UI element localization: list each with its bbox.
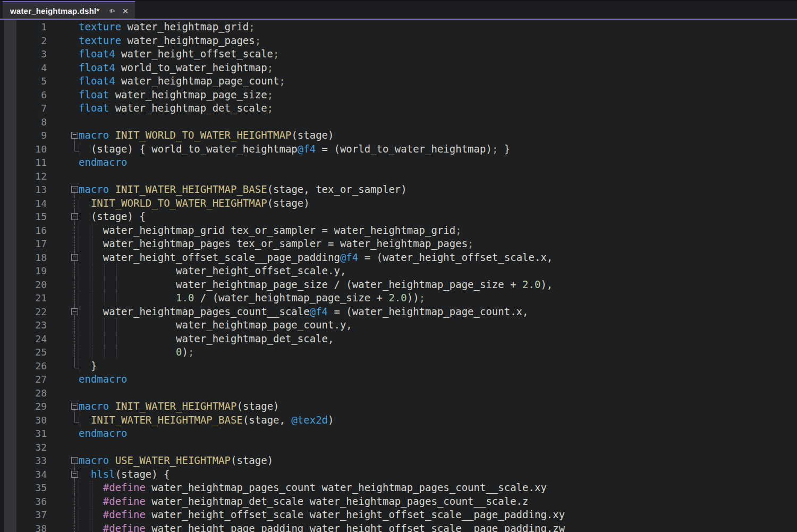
line-number: 38 <box>16 522 47 532</box>
line-number: 11 <box>16 156 47 170</box>
code-line[interactable]: 21 1.0 / (water_heightmap_page_size + 2.… <box>0 291 797 305</box>
tab-bar: water_heightmap.dshl* × <box>0 0 797 19</box>
fold-collapse-icon[interactable] <box>71 403 78 410</box>
code-line[interactable]: 30 INIT_WATER_HEIGHTMAP_BASE(stage, @tex… <box>0 413 797 427</box>
fold-collapse-icon[interactable] <box>71 254 78 261</box>
fold-guide-line <box>74 278 75 292</box>
code-line[interactable]: 37 #define water_height_offset_scale wat… <box>0 508 797 522</box>
code-text: macro INIT_WATER_HEIGHTMAP(stage) <box>79 400 279 413</box>
line-number: 32 <box>16 441 47 454</box>
code-text: water_heightmap_pages_count__scale@f4 = … <box>79 305 529 319</box>
code-line[interactable]: 2texture water_heightmap_pages; <box>0 34 797 48</box>
code-line[interactable]: 34 hlsl(stage) { <box>0 468 797 482</box>
code-text: float water_heightmap_page_size; <box>79 88 273 102</box>
code-line[interactable]: 27endmacro <box>0 373 797 386</box>
fold-collapse-icon[interactable] <box>71 308 78 315</box>
line-number: 23 <box>16 318 47 332</box>
code-text: water_heightmap_det_scale, <box>79 332 334 346</box>
line-number: 33 <box>16 454 47 468</box>
code-line[interactable]: 23 water_heightmap_page_count.y, <box>0 318 797 332</box>
line-number: 5 <box>16 74 47 88</box>
tab-title: water_heightmap.dshl* <box>10 6 99 15</box>
code-line[interactable]: 14 INIT_WORLD_TO_WATER_HEIGHTMAP(stage) <box>0 197 797 210</box>
fold-collapse-icon[interactable] <box>71 457 78 464</box>
fold-collapse-icon[interactable] <box>71 471 78 478</box>
code-line[interactable]: 26 } <box>0 359 797 373</box>
code-text: INIT_WATER_HEIGHTMAP_BASE(stage, @tex2d) <box>79 413 334 427</box>
line-number: 27 <box>16 373 47 386</box>
code-line[interactable]: 33macro USE_WATER_HEIGHTMAP(stage) <box>0 454 797 468</box>
line-number: 16 <box>16 224 47 238</box>
code-line[interactable]: 24 water_heightmap_det_scale, <box>0 332 797 346</box>
tab-bar-accent-border <box>0 19 797 20</box>
fold-collapse-icon[interactable] <box>71 186 78 193</box>
fold-guide-line <box>74 522 75 532</box>
line-number: 1 <box>16 20 47 34</box>
code-line[interactable]: 35 #define water_heightmap_pages_count w… <box>0 481 797 495</box>
code-editor[interactable]: 1texture water_heightmap_grid;2texture w… <box>0 20 797 532</box>
code-line[interactable]: 7float water_heightmap_det_scale; <box>0 102 797 115</box>
tab-water-heightmap[interactable]: water_heightmap.dshl* × <box>3 1 135 20</box>
code-text: (stage) { <box>79 210 146 224</box>
line-number: 6 <box>16 88 47 102</box>
fold-collapse-icon[interactable] <box>71 132 78 139</box>
code-line[interactable]: 25 0); <box>0 345 797 359</box>
code-line[interactable]: 29macro INIT_WATER_HEIGHTMAP(stage) <box>0 400 797 413</box>
code-text: macro INIT_WORLD_TO_WATER_HEIGHTMAP(stag… <box>79 129 334 142</box>
code-line[interactable]: 18 water_height_offset_scale__page_paddi… <box>0 251 797 265</box>
line-number: 35 <box>16 481 47 495</box>
line-number: 19 <box>16 264 47 278</box>
code-line[interactable]: 9macro INIT_WORLD_TO_WATER_HEIGHTMAP(sta… <box>0 129 797 142</box>
code-text: water_heightmap_grid tex_or_sampler = wa… <box>79 224 462 238</box>
code-text: texture water_heightmap_grid; <box>79 20 255 34</box>
line-number: 8 <box>16 115 47 129</box>
code-line[interactable]: 22 water_heightmap_pages_count__scale@f4… <box>0 305 797 319</box>
code-text: float water_heightmap_det_scale; <box>79 102 273 115</box>
line-number: 18 <box>16 251 47 265</box>
close-icon[interactable]: × <box>122 6 128 16</box>
pin-icon[interactable] <box>108 7 116 15</box>
line-number: 4 <box>16 61 47 75</box>
code-text: hlsl(stage) { <box>79 468 170 482</box>
code-line[interactable]: 38 #define water_height_page_padding wat… <box>0 522 797 532</box>
code-line[interactable]: 4float4 world_to_water_heightmap; <box>0 61 797 75</box>
code-line[interactable]: 1texture water_heightmap_grid; <box>0 20 797 34</box>
code-line[interactable]: 17 water_heightmap_pages tex_or_sampler … <box>0 237 797 251</box>
code-line[interactable]: 36 #define water_heightmap_det_scale wat… <box>0 495 797 509</box>
line-number: 10 <box>16 142 47 156</box>
fold-guide-line <box>74 237 75 251</box>
line-number: 12 <box>16 170 47 183</box>
code-line[interactable]: 16 water_heightmap_grid tex_or_sampler =… <box>0 224 797 238</box>
code-line[interactable]: 20 water_heightmap_page_size / (water_he… <box>0 278 797 292</box>
fold-guide-line <box>74 197 75 210</box>
code-line[interactable]: 19 water_height_offset_scale.y, <box>0 264 797 278</box>
code-line[interactable]: 15 (stage) { <box>0 210 797 224</box>
code-line[interactable]: 12 <box>0 170 797 183</box>
code-line[interactable]: 10 (stage) { world_to_water_heightmap@f4… <box>0 142 797 156</box>
code-line[interactable]: 6float water_heightmap_page_size; <box>0 88 797 102</box>
code-line[interactable]: 13macro INIT_WATER_HEIGHTMAP_BASE(stage,… <box>0 183 797 197</box>
line-number: 22 <box>16 305 47 319</box>
code-line[interactable]: 32 <box>0 441 797 454</box>
line-number: 37 <box>16 508 47 522</box>
code-text: water_heightmap_page_count.y, <box>79 318 352 332</box>
line-number: 20 <box>16 278 47 292</box>
code-text: float4 water_heightmap_page_count; <box>79 74 285 88</box>
code-line[interactable]: 3float4 water_height_offset_scale; <box>0 47 797 61</box>
code-line[interactable]: 11endmacro <box>0 156 797 170</box>
line-number: 21 <box>16 291 47 305</box>
code-area[interactable]: 1texture water_heightmap_grid;2texture w… <box>0 20 797 532</box>
line-number: 13 <box>16 183 47 197</box>
line-number: 7 <box>16 102 47 115</box>
code-line[interactable]: 28 <box>0 386 797 400</box>
fold-guide-line <box>74 508 75 522</box>
fold-guide-line <box>74 264 75 278</box>
code-text: } <box>79 359 97 373</box>
code-text: #define water_heightmap_pages_count wate… <box>79 481 547 495</box>
code-line[interactable]: 5float4 water_heightmap_page_count; <box>0 74 797 88</box>
code-line[interactable]: 8 <box>0 115 797 129</box>
line-number: 28 <box>16 386 47 400</box>
fold-guide-line <box>74 345 75 359</box>
fold-collapse-icon[interactable] <box>71 213 78 220</box>
code-line[interactable]: 31endmacro <box>0 427 797 441</box>
